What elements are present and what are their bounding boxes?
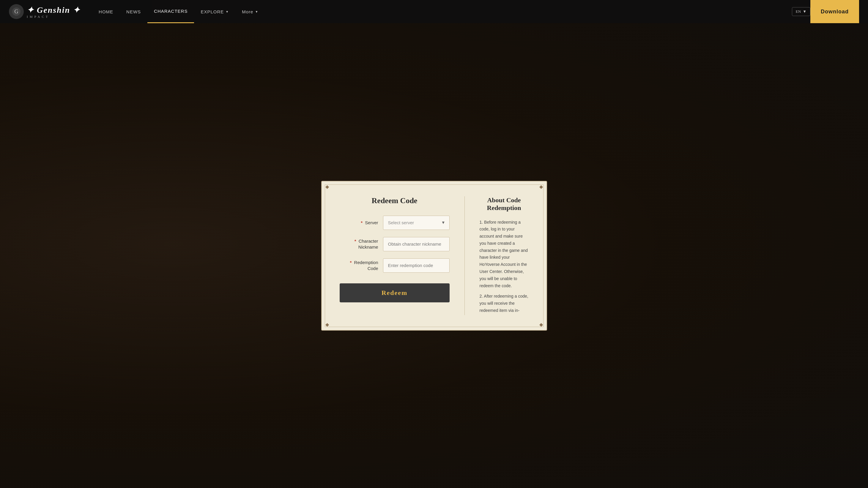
more-chevron-icon: ▼ [255,10,258,13]
redeem-title: Redeem Code [340,196,450,205]
server-row: * Server Select server America Europe As… [340,216,450,230]
nav-home[interactable]: HOME [92,0,120,23]
logo-text: ✦ Genshin ✦ IMPACT [27,5,80,19]
navbar: G ✦ Genshin ✦ IMPACT HOME NEWS CHARACTER… [0,0,868,23]
corner-decoration-br: ◆ [537,321,545,328]
nav-characters[interactable]: CHARACTERS [147,0,194,23]
required-star-code: * [350,260,352,265]
server-label: * Server [340,220,378,226]
corner-decoration-tr: ◆ [537,183,545,190]
explore-chevron-icon: ▼ [225,10,229,13]
logo-main-text: ✦ Genshin ✦ [27,5,80,15]
nav-links: HOME NEWS CHARACTERS EXPLORE ▼ More ▼ [92,0,792,23]
about-section: About Code Redemption 1. Before redeemin… [465,196,529,315]
nav-explore[interactable]: EXPLORE ▼ [194,0,235,23]
page-background: ◆ ◆ ◆ ◆ Redeem Code * Server Select serv… [0,0,868,488]
server-select-wrapper: Select server America Europe Asia TW/HK/… [383,216,450,230]
about-point-1: 1. Before redeeming a code, log in to yo… [479,219,529,290]
nav-right: EN ▼ [792,7,810,16]
logo-sub-text: IMPACT [27,15,50,19]
language-selector[interactable]: EN ▼ [792,7,810,16]
required-star-server: * [361,220,363,225]
nav-news[interactable]: NEWS [120,0,147,23]
corner-decoration-tl: ◆ [323,183,331,190]
code-label: * RedemptionCode [340,260,378,271]
redeem-form-section: Redeem Code * Server Select server Ameri… [340,196,465,315]
redeem-button[interactable]: Redeem [340,283,450,302]
about-title: About Code Redemption [479,196,529,212]
download-button[interactable]: Download [810,0,859,23]
redeem-dialog: ◆ ◆ ◆ ◆ Redeem Code * Server Select serv… [321,181,547,331]
about-point-2: 2. After redeeming a code, you will rece… [479,293,529,315]
nav-more[interactable]: More ▼ [235,0,265,23]
logo[interactable]: G ✦ Genshin ✦ IMPACT [9,4,80,19]
nickname-label: * CharacterNickname [340,238,378,250]
logo-icon: G [9,4,24,19]
about-text: 1. Before redeeming a code, log in to yo… [479,219,529,315]
code-input[interactable] [383,258,450,273]
code-row: * RedemptionCode [340,258,450,273]
nickname-row: * CharacterNickname [340,237,450,251]
corner-decoration-bl: ◆ [323,321,331,328]
nickname-input[interactable] [383,237,450,251]
lang-chevron-icon: ▼ [803,9,806,14]
required-star-nickname: * [354,238,356,243]
svg-text:G: G [14,9,19,14]
server-select[interactable]: Select server America Europe Asia TW/HK/… [383,216,450,230]
